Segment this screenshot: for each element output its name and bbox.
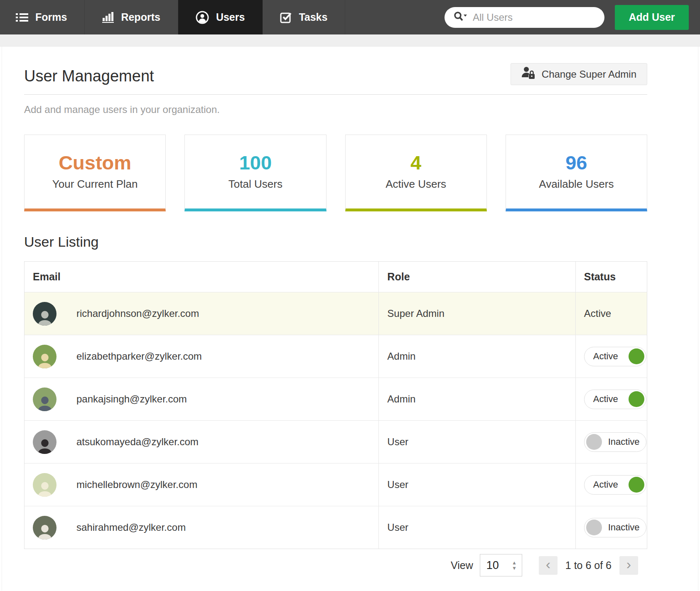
tab-reports[interactable]: Reports <box>85 0 178 34</box>
chevron-right-icon: › <box>626 557 631 571</box>
column-header-role: Role <box>378 262 575 292</box>
status-toggle-label: Active <box>593 479 618 490</box>
user-email: richardjohnson@zylker.com <box>76 308 199 319</box>
page-size-stepper[interactable]: 10 ▲ ▼ <box>480 554 522 576</box>
toggle-knob[interactable] <box>629 477 644 493</box>
stat-value-available: 96 <box>565 153 587 172</box>
stat-card-current-plan: Custom Your Current Plan <box>24 135 166 211</box>
status-toggle-active[interactable]: Active <box>584 475 646 495</box>
avatar <box>33 473 56 497</box>
navbar-right: Add User <box>445 0 700 34</box>
user-email: pankajsingh@zylker.com <box>76 393 187 405</box>
user-listing-title: User Listing <box>24 234 647 250</box>
top-navbar: Forms Reports Users Tasks A <box>0 0 700 34</box>
toggle-knob[interactable] <box>586 520 602 535</box>
chevron-left-icon: ‹ <box>546 557 550 571</box>
view-label: View <box>451 559 473 571</box>
user-lock-icon <box>521 66 535 82</box>
next-page-button[interactable]: › <box>619 556 638 575</box>
stat-card-available-users: 96 Available Users <box>506 135 647 211</box>
stepper-arrows[interactable]: ▲ ▼ <box>512 561 517 570</box>
user-email: sahirahmed@zylker.com <box>76 522 186 533</box>
list-icon <box>16 12 28 22</box>
main-panel: User Management Change Super Admin Add a… <box>2 47 698 591</box>
stat-value-total: 100 <box>239 153 272 172</box>
toggle-knob[interactable] <box>586 434 602 450</box>
table-footer: View 10 ▲ ▼ ‹ 1 to 6 of 6 › <box>24 549 647 581</box>
avatar <box>33 302 56 326</box>
tab-tasks-label: Tasks <box>299 11 327 23</box>
status-toggle-inactive[interactable]: Inactive <box>584 432 646 452</box>
person-silhouette-icon <box>35 394 54 411</box>
user-table: Email Role Status richardjohnson@zylker.… <box>24 261 647 549</box>
person-silhouette-icon <box>35 522 54 540</box>
tab-forms[interactable]: Forms <box>0 0 85 34</box>
user-role: Admin <box>378 335 575 378</box>
user-email: michellebrown@zylker.com <box>76 479 197 490</box>
status-toggle-label: Active <box>593 394 618 405</box>
page-subtitle: Add and manage users in your organizatio… <box>24 104 647 115</box>
search-icon[interactable] <box>453 11 468 24</box>
user-email: elizabethparker@zylker.com <box>76 351 202 362</box>
stat-label-active: Active Users <box>386 178 446 191</box>
status-toggle-active[interactable]: Active <box>584 390 646 409</box>
status-toggle-active[interactable]: Active <box>584 347 646 366</box>
table-row: michellebrown@zylker.com User Active <box>25 463 647 506</box>
page-size-value: 10 <box>486 559 499 572</box>
stat-card-active-users: 4 Active Users <box>345 135 487 211</box>
status-toggle-inactive[interactable]: Inactive <box>584 518 646 537</box>
status-toggle-label: Inactive <box>608 522 640 533</box>
table-header-row: Email Role Status <box>25 262 647 292</box>
table-row: elizabethparker@zylker.com Admin Active <box>25 335 647 378</box>
person-silhouette-icon <box>35 480 54 497</box>
tab-users[interactable]: Users <box>178 0 263 34</box>
user-email: atsukomayeda@zylker.com <box>76 436 199 448</box>
status-toggle-label: Active <box>593 351 618 362</box>
user-role: User <box>378 463 575 506</box>
pagination: ‹ 1 to 6 of 6 › <box>539 556 638 575</box>
add-user-button[interactable]: Add User <box>615 5 689 30</box>
status-toggle-label: Inactive <box>608 437 640 447</box>
pagination-range: 1 to 6 of 6 <box>565 559 612 571</box>
stat-cards: Custom Your Current Plan 100 Total Users… <box>24 135 647 211</box>
page-background-strip <box>0 34 700 47</box>
tab-tasks[interactable]: Tasks <box>263 0 345 34</box>
stepper-up-icon[interactable]: ▲ <box>512 561 517 564</box>
stat-card-total-users: 100 Total Users <box>184 135 326 211</box>
avatar <box>33 345 56 368</box>
table-row: pankajsingh@zylker.com Admin Active <box>25 378 647 420</box>
column-header-status: Status <box>575 262 647 292</box>
checkbox-icon <box>280 12 292 23</box>
status-text: Active <box>584 308 611 319</box>
nav-tabs: Forms Reports Users Tasks <box>0 0 345 34</box>
tab-forms-label: Forms <box>35 11 67 23</box>
table-row: richardjohnson@zylker.com Super Admin Ac… <box>25 292 647 335</box>
change-super-admin-button[interactable]: Change Super Admin <box>511 63 647 85</box>
user-role: User <box>378 506 575 549</box>
toggle-knob[interactable] <box>629 348 644 364</box>
user-circle-icon <box>196 11 209 24</box>
page-header: User Management Change Super Admin <box>24 47 647 85</box>
header-divider <box>24 94 647 95</box>
person-silhouette-icon <box>35 351 54 368</box>
tab-users-label: Users <box>216 11 245 23</box>
user-role: User <box>378 421 575 463</box>
stat-label-plan: Your Current Plan <box>52 178 138 191</box>
search-input[interactable] <box>473 12 600 23</box>
page-title: User Management <box>24 67 154 85</box>
avatar <box>33 387 56 411</box>
person-silhouette-icon <box>35 437 54 454</box>
column-header-email: Email <box>25 262 378 292</box>
stat-value-active: 4 <box>410 153 421 172</box>
table-row: sahirahmed@zylker.com User Inactive <box>25 506 647 549</box>
user-role: Admin <box>378 378 575 420</box>
toggle-knob[interactable] <box>629 391 644 407</box>
stepper-down-icon[interactable]: ▼ <box>512 566 517 570</box>
change-super-admin-label: Change Super Admin <box>542 69 636 80</box>
user-search-box[interactable] <box>445 7 604 28</box>
stat-value-plan: Custom <box>59 153 131 172</box>
prev-page-button[interactable]: ‹ <box>539 556 558 575</box>
user-role: Super Admin <box>378 292 575 335</box>
tab-reports-label: Reports <box>121 11 160 23</box>
person-silhouette-icon <box>35 309 54 326</box>
